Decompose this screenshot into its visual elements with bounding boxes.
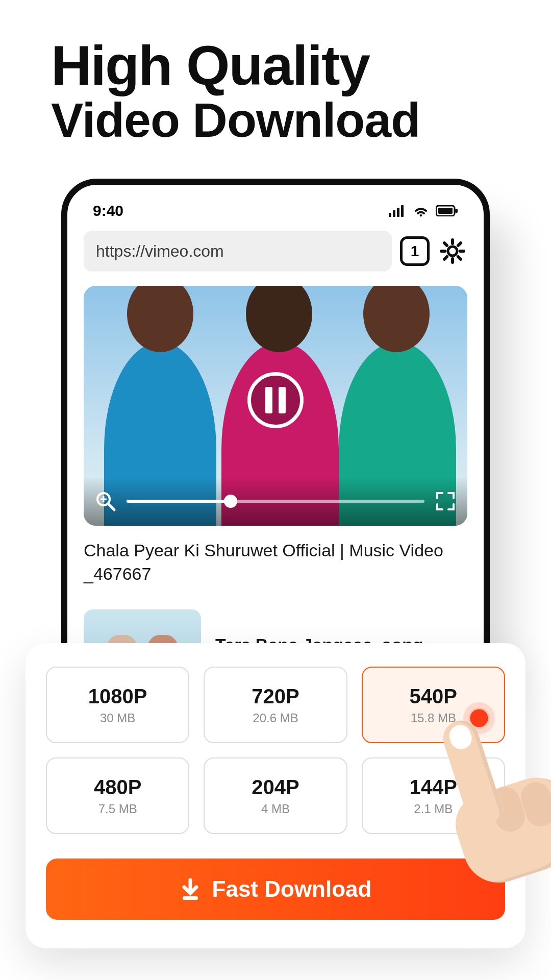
video-title: Chala Pyear Ki Shuruwet Official | Music… (84, 539, 467, 586)
quality-option-144p[interactable]: 144P 2.1 MB (362, 757, 505, 834)
svg-line-12 (444, 243, 447, 246)
quality-size: 4 MB (261, 802, 290, 816)
svg-line-15 (444, 257, 447, 259)
battery-icon (436, 205, 458, 216)
seek-bar[interactable] (127, 500, 424, 503)
quality-res: 1080P (88, 685, 147, 708)
zoom-icon[interactable] (95, 491, 116, 512)
svg-rect-0 (389, 213, 391, 217)
status-time: 9:40 (93, 202, 123, 219)
video-player[interactable] (84, 286, 467, 526)
tap-indicator-icon (468, 707, 490, 729)
svg-rect-3 (401, 205, 404, 217)
fast-download-label: Fast Download (212, 876, 372, 902)
tabs-button[interactable]: 1 (400, 236, 430, 266)
quality-size: 7.5 MB (98, 802, 137, 816)
player-controls (84, 477, 467, 526)
quality-size: 2.1 MB (414, 802, 453, 816)
quality-sheet: 1080P 30 MB 720P 20.6 MB 540P 15.8 MB 48… (26, 643, 525, 948)
svg-rect-20 (183, 896, 198, 900)
headline-line2: Video Download (51, 95, 505, 146)
quality-res: 480P (94, 776, 141, 799)
svg-rect-6 (455, 209, 458, 213)
wifi-icon (412, 204, 430, 217)
quality-res: 204P (252, 776, 299, 799)
status-bar: 9:40 (84, 199, 467, 231)
svg-rect-2 (397, 208, 399, 217)
svg-rect-1 (393, 210, 395, 217)
quality-res: 540P (410, 685, 457, 708)
tab-count: 1 (411, 242, 419, 260)
svg-line-17 (108, 504, 114, 510)
promo-headline: High Quality Video Download (0, 0, 551, 161)
quality-option-1080p[interactable]: 1080P 30 MB (46, 667, 189, 743)
gear-icon (440, 238, 465, 264)
url-text: https://vimeo.com (96, 242, 224, 261)
address-bar[interactable]: https://vimeo.com (84, 231, 392, 272)
quality-size: 15.8 MB (411, 711, 456, 725)
settings-button[interactable] (438, 236, 467, 266)
signal-icon (389, 205, 406, 217)
status-icons (389, 204, 458, 217)
quality-option-540p[interactable]: 540P 15.8 MB (362, 667, 505, 743)
quality-size: 30 MB (100, 711, 135, 725)
pause-button[interactable] (247, 372, 304, 428)
fast-download-button[interactable]: Fast Download (46, 859, 505, 920)
quality-grid: 1080P 30 MB 720P 20.6 MB 540P 15.8 MB 48… (46, 667, 505, 834)
quality-res: 144P (410, 776, 457, 799)
quality-option-204p[interactable]: 204P 4 MB (204, 757, 347, 834)
quality-option-480p[interactable]: 480P 7.5 MB (46, 757, 189, 834)
quality-res: 720P (252, 685, 299, 708)
quality-option-720p[interactable]: 720P 20.6 MB (204, 667, 347, 743)
headline-line1: High Quality (51, 36, 505, 95)
fullscreen-icon[interactable] (435, 491, 456, 512)
svg-line-14 (458, 243, 461, 246)
pause-icon (265, 387, 272, 413)
phone-frame: 9:40 https://vimeo.com 1 (61, 179, 490, 689)
svg-point-7 (448, 247, 457, 256)
svg-rect-5 (438, 208, 453, 214)
svg-line-13 (458, 257, 461, 259)
download-icon (180, 878, 201, 900)
quality-size: 20.6 MB (253, 711, 298, 725)
